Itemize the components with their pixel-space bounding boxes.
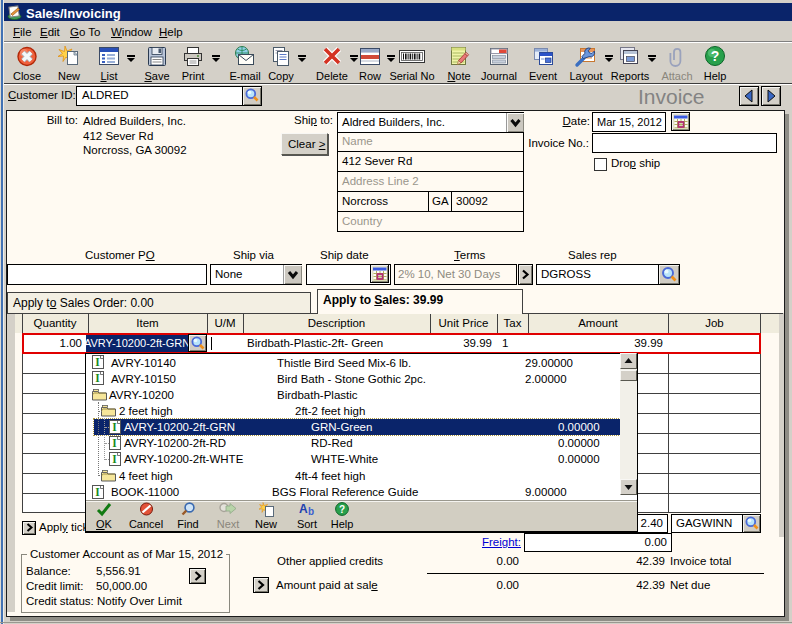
- svg-text:b: b: [308, 506, 314, 517]
- svg-text:I: I: [95, 486, 100, 498]
- svg-text:I: I: [95, 356, 100, 368]
- svg-text:?: ?: [339, 504, 345, 515]
- svg-text:I: I: [112, 453, 117, 465]
- svg-text:I: I: [112, 437, 117, 449]
- svg-text:I: I: [112, 421, 117, 433]
- svg-text:A: A: [299, 502, 308, 516]
- svg-text:?: ?: [711, 48, 720, 64]
- svg-text:I: I: [95, 372, 100, 384]
